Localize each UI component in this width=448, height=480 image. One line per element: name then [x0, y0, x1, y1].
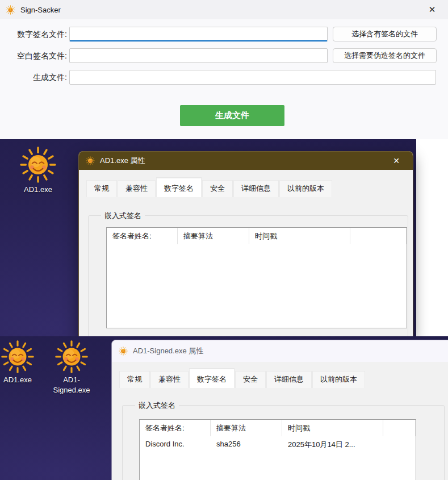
tab-strip: 常规兼容性数字签名安全详细信息以前的版本 [119, 369, 366, 388]
tab-数字签名[interactable]: 数字签名 [189, 369, 235, 388]
digital-signature-file-label: 数字签名文件: [3, 27, 67, 41]
column-header-filler [383, 420, 416, 436]
groupbox-label: 嵌入式签名 [135, 400, 179, 411]
sun-file-icon [86, 156, 95, 165]
column-header[interactable]: 时间戳 [249, 228, 350, 244]
sun-icon [19, 146, 57, 183]
properties-dialog-ad1-signed: AD1-Signed.exe 属性 常规兼容性数字签名安全详细信息以前的版本 嵌… [111, 340, 448, 480]
blank-signature-file-input[interactable] [69, 48, 328, 63]
output-file-label: 生成文件: [3, 70, 67, 85]
signature-list[interactable]: 签名者姓名:摘要算法时间戳 [106, 227, 407, 328]
groupbox-label: 嵌入式签名 [101, 211, 145, 221]
digital-signature-file-input[interactable] [69, 27, 328, 41]
generate-file-button[interactable]: 生成文件 [180, 105, 284, 126]
sun-icon [55, 340, 89, 374]
sun-app-icon [6, 5, 15, 15]
tab-以前的版本[interactable]: 以前的版本 [312, 371, 365, 388]
signature-list[interactable]: 签名者姓名:摘要算法时间戳Discord Inc.sha2562025年10月1… [139, 419, 416, 480]
desktop-area-1: AD1.exe AD1.exe 属性 ✕ 常规兼容性数字签名安全详细信息以前的版… [0, 139, 448, 336]
desktop-area-2: AD1.exe AD1-Signed.exe AD1-Signed.exe 属性… [0, 336, 448, 480]
properties-dialog-ad1: AD1.exe 属性 ✕ 常规兼容性数字签名安全详细信息以前的版本 嵌入式签名 … [78, 151, 413, 336]
column-header-filler [350, 228, 407, 244]
icon-label: AD1.exe [0, 375, 39, 385]
signature-row[interactable]: Discord Inc.sha2562025年10月14日 2... [140, 436, 416, 453]
dialog-title: AD1.exe 属性 [100, 156, 145, 166]
tab-详细信息[interactable]: 详细信息 [233, 180, 279, 197]
blank-signature-file-label: 空白签名文件: [3, 48, 67, 63]
screenshot-root: Sign-Sacker ✕ 数字签名文件: 选择含有签名的文件 空白签名文件: … [0, 0, 448, 480]
dialog-title: AD1-Signed.exe 属性 [133, 346, 203, 356]
signature-cell: sha256 [211, 436, 282, 453]
icon-label: AD1-Signed.exe [47, 375, 97, 395]
tab-常规[interactable]: 常规 [119, 371, 150, 388]
signature-cell: 2025年10月14日 2... [282, 436, 383, 453]
list-header-row: 签名者姓名:摘要算法时间戳 [107, 228, 407, 244]
column-header[interactable]: 时间戳 [282, 420, 383, 436]
column-header[interactable]: 签名者姓名: [107, 228, 178, 244]
tab-安全[interactable]: 安全 [235, 371, 266, 388]
choose-signed-file-button[interactable]: 选择含有签名的文件 [333, 27, 437, 41]
dialog-title-bar[interactable]: AD1-Signed.exe 属性 [112, 340, 448, 362]
sun-icon [1, 340, 35, 374]
title-bar[interactable]: Sign-Sacker ✕ [0, 0, 448, 19]
desktop-icon-ad1-signed[interactable]: AD1-Signed.exe [47, 340, 97, 395]
dialog-title-bar[interactable]: AD1.exe 属性 ✕ [79, 152, 413, 170]
close-icon[interactable]: ✕ [422, 5, 442, 15]
tab-安全[interactable]: 安全 [202, 180, 233, 197]
column-header[interactable]: 摘要算法 [178, 228, 249, 244]
sign-sacker-window: Sign-Sacker ✕ 数字签名文件: 选择含有签名的文件 空白签名文件: … [0, 0, 448, 139]
column-header[interactable]: 摘要算法 [211, 420, 282, 436]
tab-兼容性[interactable]: 兼容性 [118, 180, 156, 197]
choose-target-file-button[interactable]: 选择需要伪造签名的文件 [333, 48, 437, 63]
tab-数字签名[interactable]: 数字签名 [156, 178, 202, 197]
window-title: Sign-Sacker [20, 6, 61, 14]
tab-详细信息[interactable]: 详细信息 [266, 371, 312, 388]
tab-strip: 常规兼容性数字签名安全详细信息以前的版本 [86, 178, 333, 197]
tab-以前的版本[interactable]: 以前的版本 [279, 180, 332, 197]
desktop-icon-ad1[interactable]: AD1.exe [16, 146, 60, 195]
list-header-row: 签名者姓名:摘要算法时间戳 [140, 420, 416, 436]
tab-兼容性[interactable]: 兼容性 [150, 371, 189, 388]
tab-常规[interactable]: 常规 [86, 180, 117, 197]
sun-file-icon [119, 347, 128, 356]
icon-label: AD1.exe [16, 185, 60, 195]
desktop-icon-ad1[interactable]: AD1.exe [0, 340, 39, 385]
column-header[interactable]: 签名者姓名: [140, 420, 211, 436]
close-icon[interactable]: ✕ [387, 156, 406, 165]
signature-cell: Discord Inc. [140, 436, 211, 453]
output-file-input[interactable] [69, 70, 436, 85]
